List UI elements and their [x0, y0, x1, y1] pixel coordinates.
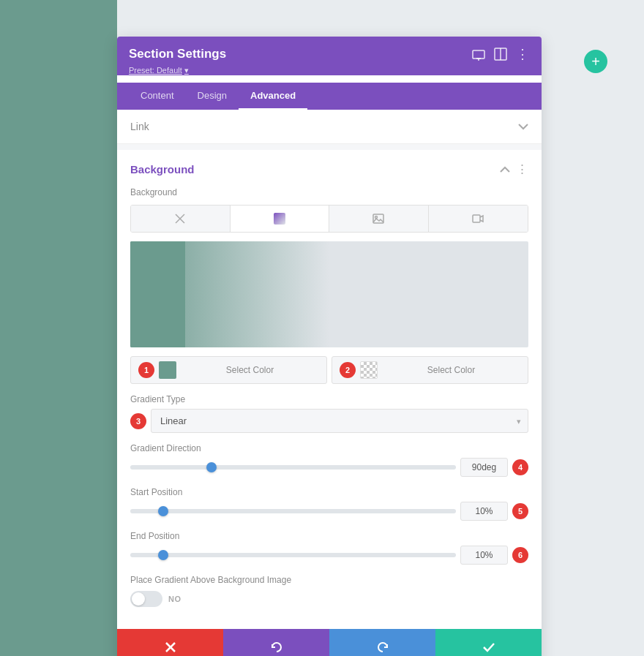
- start-position-slider[interactable]: [130, 509, 456, 513]
- link-chevron-icon: [518, 120, 528, 133]
- background-left: [0, 0, 117, 656]
- panel-tabs: Content Design Advanced: [117, 83, 542, 110]
- toggle-wrap: NO: [130, 591, 528, 607]
- color-swatch-2: [360, 361, 378, 379]
- panel-footer: [117, 629, 542, 656]
- tab-design[interactable]: Design: [186, 83, 239, 110]
- end-position-slider[interactable]: [130, 553, 456, 557]
- start-position-value[interactable]: 10%: [460, 502, 508, 521]
- more-icon[interactable]: ⋮: [515, 47, 530, 61]
- save-button[interactable]: [435, 629, 542, 656]
- svg-rect-7: [274, 213, 285, 225]
- panel-header: Section Settings ⋮: [117, 37, 542, 75]
- gradient-type-label: Gradient Type: [130, 394, 528, 404]
- bg-type-none[interactable]: [131, 206, 231, 232]
- background-right: [527, 0, 644, 656]
- start-position-field: Start Position 10% 5: [130, 487, 528, 521]
- toggle-knob: [132, 592, 145, 606]
- color-picker-2[interactable]: 2 Select Color: [332, 356, 528, 384]
- toggle-switch[interactable]: [130, 591, 162, 607]
- plus-button[interactable]: +: [584, 50, 607, 73]
- svg-rect-0: [473, 50, 484, 59]
- gradient-type-row: 3 Linear Radial Conic ▾: [130, 409, 528, 433]
- svg-rect-8: [373, 214, 383, 223]
- background-section-header: Background ⋮: [130, 162, 528, 177]
- color-label-1: Select Color: [181, 365, 319, 375]
- collapse-icon[interactable]: [500, 164, 510, 176]
- gradient-type-select-wrap: Linear Radial Conic ▾: [151, 409, 528, 433]
- bg-field-label: Background: [130, 187, 528, 197]
- panel-title: Section Settings: [129, 47, 226, 61]
- tab-content[interactable]: Content: [129, 83, 186, 110]
- end-position-value[interactable]: 10%: [460, 546, 508, 565]
- gradient-direction-slider[interactable]: [130, 465, 456, 470]
- gradient-direction-thumb[interactable]: [206, 462, 217, 472]
- section-settings-panel: Section Settings ⋮: [117, 37, 542, 656]
- start-position-badge: 5: [512, 503, 528, 519]
- place-gradient-label: Place Gradient Above Background Image: [130, 575, 528, 585]
- gradient-direction-value[interactable]: 90deg: [460, 458, 508, 477]
- svg-point-9: [375, 216, 378, 219]
- end-position-thumb[interactable]: [158, 550, 168, 560]
- color-label-2: Select Color: [382, 365, 520, 375]
- panel-preset: Preset: Default ▾: [129, 66, 530, 75]
- place-gradient-toggle-row: Place Gradient Above Background Image NO: [130, 575, 528, 607]
- gradient-type-select[interactable]: Linear Radial Conic: [151, 409, 528, 433]
- link-label: Link: [130, 121, 149, 132]
- gradient-direction-row: 90deg 4: [130, 458, 528, 477]
- start-position-row: 10% 5: [130, 502, 528, 521]
- end-position-field: End Position 10% 6: [130, 531, 528, 565]
- section-more-icon[interactable]: ⋮: [516, 162, 528, 177]
- undo-button[interactable]: [223, 629, 329, 656]
- end-position-row: 10% 6: [130, 546, 528, 565]
- bg-type-tabs: [130, 205, 528, 233]
- end-position-badge: 6: [512, 547, 528, 563]
- bg-type-image[interactable]: [329, 206, 429, 232]
- panel-body: Link Background ⋮ Ba: [117, 110, 542, 629]
- tab-advanced[interactable]: Advanced: [239, 83, 307, 110]
- color-badge-1: 1: [138, 362, 154, 378]
- gradient-type-badge: 3: [130, 413, 146, 429]
- color-badge-2: 2: [340, 362, 356, 378]
- color-picker-1[interactable]: 1 Select Color: [130, 356, 327, 384]
- color-swatch-1: [159, 361, 176, 379]
- gradient-type-field: Gradient Type 3 Linear Radial Conic ▾: [130, 394, 528, 433]
- panel-header-top: Section Settings ⋮: [129, 47, 530, 61]
- svg-rect-10: [473, 215, 480, 222]
- background-section-icons: ⋮: [500, 162, 528, 177]
- responsive-icon[interactable]: [471, 47, 486, 61]
- gradient-direction-badge: 4: [512, 459, 528, 475]
- layout-icon[interactable]: [493, 47, 508, 61]
- bg-preview: [130, 241, 528, 347]
- bg-type-video[interactable]: [429, 206, 528, 232]
- plus-icon: +: [591, 54, 600, 69]
- gradient-direction-field: Gradient Direction 90deg 4: [130, 443, 528, 477]
- color-pickers-row: 1 Select Color 2 Select Color: [130, 356, 528, 384]
- panel-header-icons: ⋮: [471, 47, 530, 61]
- toggle-state-text: NO: [168, 595, 181, 603]
- link-section-row[interactable]: Link: [117, 110, 542, 144]
- background-section: Background ⋮ Background: [117, 150, 542, 629]
- redo-button[interactable]: [329, 629, 435, 656]
- background-section-title: Background: [130, 163, 195, 176]
- bg-type-gradient[interactable]: [231, 206, 330, 232]
- gradient-direction-label: Gradient Direction: [130, 443, 528, 453]
- end-position-label: End Position: [130, 531, 528, 541]
- cancel-button[interactable]: [117, 629, 223, 656]
- start-position-thumb[interactable]: [158, 506, 168, 516]
- start-position-label: Start Position: [130, 487, 528, 497]
